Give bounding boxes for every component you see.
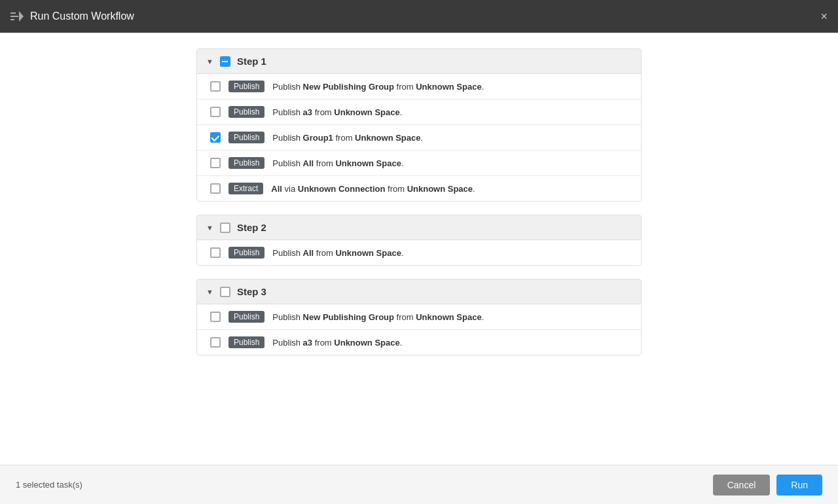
run-button[interactable]: Run: [776, 475, 822, 495]
task-row: PublishPublish a3 from Unknown Space.: [197, 99, 641, 125]
task-description: Publish a3 from Unknown Space.: [272, 338, 402, 348]
task-row: PublishPublish a3 from Unknown Space.: [197, 330, 641, 355]
task-description: Publish New Publishing Group from Unknow…: [272, 82, 484, 92]
chevron-down-icon[interactable]: ▼: [206, 224, 213, 232]
task-row: PublishPublish Group1 from Unknown Space…: [197, 125, 641, 151]
step-header-1: ▼Step 1: [197, 49, 641, 74]
publish-badge: Publish: [228, 81, 264, 92]
footer-buttons: Cancel Run: [713, 475, 822, 495]
step-header-3: ▼Step 3: [197, 279, 641, 304]
publish-badge: Publish: [228, 157, 264, 169]
task-description: Publish All from Unknown Space.: [272, 248, 403, 258]
task-row: PublishPublish New Publishing Group from…: [197, 74, 641, 99]
step-header-2: ▼Step 2: [197, 215, 641, 240]
task-row: PublishPublish New Publishing Group from…: [197, 304, 641, 330]
chevron-down-icon[interactable]: ▼: [206, 58, 213, 65]
title-bar-left: Run Custom Workflow: [10, 10, 134, 22]
chevron-down-icon[interactable]: ▼: [206, 288, 213, 296]
publish-badge: Publish: [228, 336, 264, 348]
task-checkbox[interactable]: [210, 247, 221, 258]
step-2-title: Step 2: [237, 222, 266, 233]
step-1-title: Step 1: [237, 56, 266, 67]
task-checkbox[interactable]: [210, 312, 221, 322]
footer: 1 selected task(s) Cancel Run: [0, 465, 838, 504]
task-checkbox[interactable]: [210, 183, 221, 194]
step-3-header-checkbox[interactable]: [220, 287, 230, 297]
publish-badge: Publish: [228, 311, 264, 323]
workflow-icon: [10, 11, 24, 22]
task-row: ExtractAll via Unknown Connection from U…: [197, 176, 641, 201]
main-content: ▼Step 1PublishPublish New Publishing Gro…: [0, 33, 838, 465]
step-1-header-checkbox[interactable]: [220, 56, 230, 67]
task-description: Publish New Publishing Group from Unknow…: [272, 312, 484, 322]
svg-rect-1: [10, 16, 18, 17]
close-button[interactable]: ×: [820, 10, 828, 24]
task-checkbox[interactable]: [210, 132, 221, 143]
cancel-button[interactable]: Cancel: [713, 475, 771, 495]
steps-container: ▼Step 1PublishPublish New Publishing Gro…: [196, 48, 642, 355]
task-checkbox[interactable]: [210, 337, 221, 348]
task-checkbox[interactable]: [210, 158, 221, 168]
task-description: All via Unknown Connection from Unknown …: [271, 184, 475, 194]
task-checkbox[interactable]: [210, 107, 221, 117]
step-block-3: ▼Step 3PublishPublish New Publishing Gro…: [196, 279, 642, 355]
svg-rect-0: [10, 12, 16, 14]
svg-rect-2: [10, 19, 14, 20]
publish-badge: Publish: [228, 106, 264, 118]
svg-marker-3: [19, 11, 24, 22]
publish-badge: Publish: [228, 132, 264, 143]
title-bar: Run Custom Workflow ×: [0, 0, 838, 33]
step-block-2: ▼Step 2PublishPublish All from Unknown S…: [196, 215, 642, 266]
selection-status: 1 selected task(s): [16, 480, 82, 490]
task-description: Publish All from Unknown Space.: [272, 158, 403, 168]
dialog-title: Run Custom Workflow: [30, 10, 134, 22]
task-row: PublishPublish All from Unknown Space.: [197, 240, 641, 265]
publish-badge: Publish: [228, 247, 264, 259]
task-description: Publish a3 from Unknown Space.: [272, 107, 402, 117]
extract-badge: Extract: [228, 183, 263, 194]
step-2-header-checkbox[interactable]: [220, 223, 230, 233]
task-checkbox[interactable]: [210, 81, 221, 92]
step-block-1: ▼Step 1PublishPublish New Publishing Gro…: [196, 48, 642, 202]
task-description: Publish Group1 from Unknown Space.: [272, 133, 423, 143]
step-3-title: Step 3: [237, 286, 266, 297]
task-row: PublishPublish All from Unknown Space.: [197, 151, 641, 176]
